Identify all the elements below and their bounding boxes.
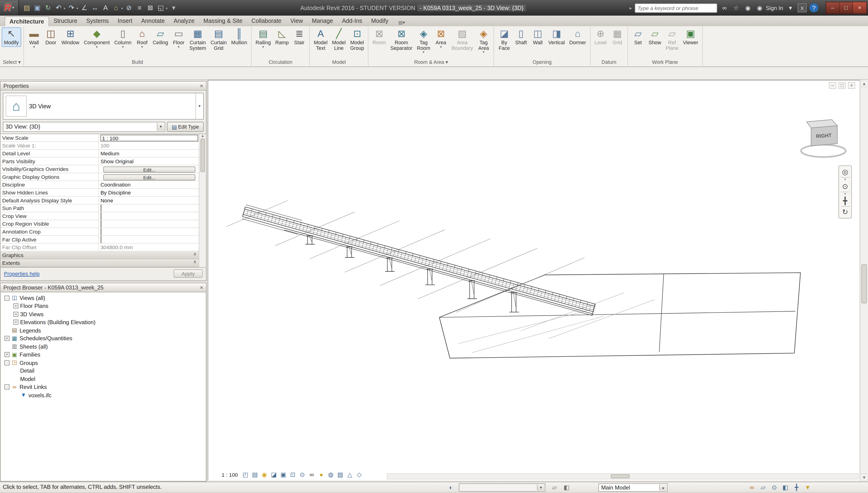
tab-modify[interactable]: Modify [367, 16, 393, 26]
properties-header[interactable]: Properties × [0, 82, 206, 90]
search-input[interactable] [635, 3, 717, 13]
property-row[interactable]: Graphic Display OptionsEdit... [0, 173, 199, 181]
tab-annotate[interactable]: Annotate [137, 16, 169, 26]
zoom-caret-icon[interactable]: ▾ [844, 193, 846, 196]
checkbox[interactable] [100, 220, 102, 227]
binoculars-search-icon[interactable]: ∞ [720, 3, 729, 12]
tree-item[interactable]: ▼voxels.ifc [1, 391, 205, 400]
property-value[interactable]: Show Original [99, 158, 199, 165]
property-value-text[interactable]: 1 : 100 [100, 135, 198, 141]
opening-wall-button[interactable]: ◫Wall [529, 27, 546, 47]
tree-item[interactable]: +Elevations (Building Elevation) [1, 318, 205, 326]
by-face-button[interactable]: ◪By Face [496, 27, 512, 52]
section-icon[interactable]: ⊘ [124, 3, 133, 12]
tab-architecture[interactable]: Architecture [4, 16, 49, 26]
property-value[interactable] [99, 205, 199, 212]
property-row[interactable]: Scale Value 1:100 [0, 142, 199, 150]
viewer-button[interactable]: ▣Viewer [681, 27, 701, 47]
property-row[interactable]: Annotation Crop [0, 228, 199, 236]
tree-item[interactable]: ▤Legends [1, 326, 205, 335]
property-value[interactable]: By Discipline [99, 189, 199, 196]
select-by-face-toggle[interactable]: ◧ [781, 483, 790, 492]
editable-only-icon[interactable]: ▱ [550, 483, 558, 492]
default-3d-view-caret-icon[interactable]: ▾ [121, 6, 123, 10]
stair-button[interactable]: ≣Stair [291, 27, 308, 47]
drawing-area[interactable]: RIGHT –□× ◎▾⊙▾╋↻ 1 : 100 ◰▤◉◪▣⊡⊙∞●◍▨△◇ [208, 80, 860, 480]
component-button[interactable]: ◆Component▾ [82, 27, 112, 49]
view-instance-dropdown[interactable]: 3D View: {3D} ▾ [3, 122, 165, 132]
checkbox[interactable] [100, 212, 102, 220]
viewcube-compass-ring[interactable] [801, 145, 846, 157]
vertical-scrollbar[interactable]: ▲ ▼ [860, 80, 868, 480]
collapse-icon[interactable]: - [4, 360, 9, 365]
detail-level-button[interactable]: ▤ [251, 470, 259, 478]
tree-item[interactable]: -∞Revit Links [1, 383, 205, 391]
property-value[interactable]: 100 [99, 142, 199, 149]
tab-insert[interactable]: Insert [113, 16, 137, 26]
property-row[interactable]: Crop View [0, 212, 199, 220]
property-value[interactable]: Coordination [99, 181, 199, 188]
tree-item[interactable]: ▥Sheets (all) [1, 343, 205, 351]
scrollbar-thumb[interactable] [200, 138, 205, 172]
text-icon[interactable]: A [101, 3, 110, 12]
tab-massing-site[interactable]: Massing & Site [199, 16, 247, 26]
property-row[interactable]: Show Hidden LinesBy Discipline [0, 189, 199, 197]
mullion-button[interactable]: ║Mullion [229, 27, 249, 47]
checkbox[interactable] [100, 236, 102, 243]
exchange-apps-icon[interactable]: X [798, 3, 806, 12]
shaft-button[interactable]: ▯Shaft [512, 27, 529, 47]
model-text-button[interactable]: AModel Text [312, 27, 330, 52]
expand-icon[interactable]: + [4, 336, 9, 341]
application-menu-button[interactable]: R ▾ [0, 0, 19, 15]
tab-add-ins[interactable]: Add-Ins [338, 16, 367, 26]
checkbox[interactable] [100, 205, 102, 212]
property-row[interactable]: Visibility/Graphics OverridesEdit... [0, 165, 199, 173]
collapse-icon[interactable]: - [4, 296, 9, 301]
tag-room-button[interactable]: ◈Tag Room▾ [415, 27, 433, 55]
wall-button[interactable]: ▬Wall▾ [26, 27, 42, 49]
window-button[interactable]: ⊞Window [59, 27, 82, 47]
scrollbar-thumb[interactable] [861, 264, 867, 303]
tab-analyze[interactable]: Analyze [169, 16, 199, 26]
close-button[interactable]: × [853, 2, 866, 14]
full-navigation-wheel-icon[interactable]: ◎ [840, 167, 850, 176]
temp-view-properties-button[interactable]: ▨ [336, 470, 345, 478]
column-button[interactable]: ▯Column▾ [112, 27, 134, 49]
tree-item[interactable]: +Floor Plans [1, 302, 205, 310]
scroll-down-icon[interactable]: ▼ [860, 473, 868, 480]
worksharing-display-button[interactable]: ◍ [327, 470, 335, 478]
properties-help-link[interactable]: Properties help [4, 270, 40, 276]
property-value[interactable]: 304800.0 mm [99, 243, 199, 251]
tab-view[interactable]: View [286, 16, 307, 26]
show-crop-button[interactable]: ⊡ [289, 470, 297, 478]
property-value[interactable]: None [99, 197, 199, 204]
select-underlay-toggle[interactable]: ▱ [759, 483, 768, 492]
horizontal-scrollbar[interactable] [387, 473, 859, 479]
scroll-up-icon[interactable]: ▲ [860, 80, 868, 87]
property-row[interactable]: Detail LevelMedium [0, 150, 199, 158]
project-browser-header[interactable]: Project Browser - K059A 0313_week_25 × [0, 283, 206, 292]
model-line-button[interactable]: ╱Model Line [330, 27, 348, 52]
analytical-model-button[interactable]: △ [345, 470, 354, 478]
zoom-icon[interactable]: ⊙ [840, 181, 850, 191]
ribbon-display-toggle[interactable]: ▤▾ [396, 19, 407, 26]
property-row[interactable]: Far Clip Offset304800.0 mm [0, 243, 199, 252]
room-separator-button[interactable]: ⊠Room Separator [388, 27, 415, 52]
property-value[interactable] [99, 236, 199, 243]
ceiling-button[interactable]: ▱Ceiling [151, 27, 170, 47]
sync-with-central-icon[interactable]: ↻ [44, 3, 52, 12]
floor-button[interactable]: ▭Floor▾ [170, 27, 187, 49]
edit-button[interactable]: Edit... [103, 167, 195, 173]
modify-cursor-button[interactable]: ↖Modify [2, 27, 21, 47]
tab-structure[interactable]: Structure [49, 16, 82, 26]
select-pinned-toggle[interactable]: ⊙ [770, 483, 779, 492]
property-row[interactable]: Crop Region Visible [0, 220, 199, 228]
edit-button[interactable]: Edit... [103, 174, 195, 180]
navbar-caret-icon[interactable]: ▾ [844, 178, 846, 181]
property-row[interactable]: DisciplineCoordination [0, 181, 199, 189]
signin-caret-icon[interactable]: ▾ [786, 3, 795, 12]
property-value[interactable] [99, 220, 199, 227]
tab-systems[interactable]: Systems [82, 16, 113, 26]
maximize-button[interactable]: □ [840, 2, 853, 14]
worksets-dropdown[interactable]: ▾ [459, 483, 545, 492]
